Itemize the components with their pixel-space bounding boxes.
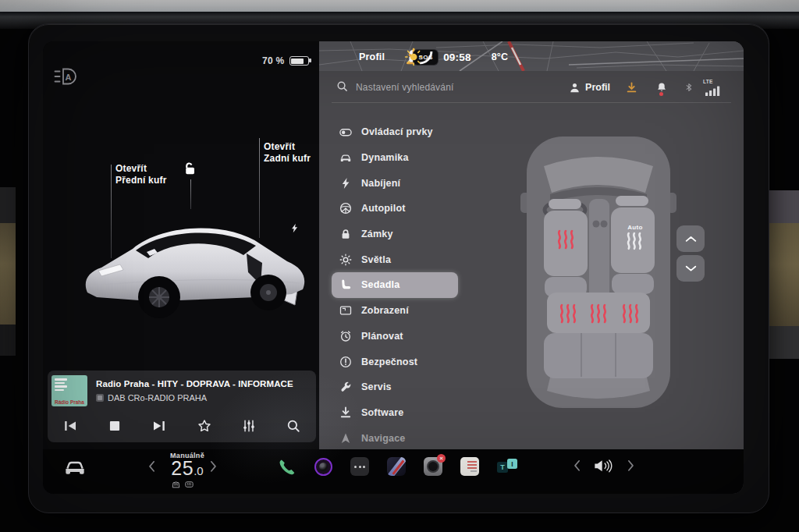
speaker-icon[interactable] <box>593 459 615 473</box>
wood-trim-left <box>0 223 16 325</box>
dab-icon <box>96 394 104 402</box>
lens-icon <box>314 458 332 476</box>
menu-item-planovat[interactable]: Plánovat <box>332 324 458 349</box>
menu-item-servis[interactable]: Servis <box>332 374 458 400</box>
nav-app-button[interactable] <box>387 457 406 476</box>
camerax-icon: × <box>424 457 442 476</box>
clock-icon <box>339 330 352 342</box>
media-controls <box>63 416 300 436</box>
previous-track-button[interactable] <box>63 419 77 433</box>
app-launcher-button[interactable] <box>350 457 369 476</box>
temp-increase-button[interactable] <box>210 460 217 473</box>
front-defrost-icon[interactable] <box>171 480 181 488</box>
menu-item-ovladaci-prvky[interactable]: Ovládací prvky <box>332 119 458 145</box>
camera-app-button[interactable]: × <box>424 457 442 476</box>
toggle-icon <box>339 128 352 137</box>
menu-item-svetla[interactable]: Světla <box>332 246 458 272</box>
equalizer-button[interactable] <box>242 419 256 433</box>
media-search-button[interactable] <box>286 419 300 433</box>
menu-item-label: Světla <box>361 254 391 265</box>
menu-item-label: Zobrazení <box>361 305 409 316</box>
next-track-button[interactable] <box>152 419 166 433</box>
dashboard-trim <box>769 326 799 359</box>
album-art[interactable]: Rádio Praha <box>51 375 87 406</box>
menu-item-zobrazeni[interactable]: Zobrazení <box>332 298 458 324</box>
car-icon <box>339 153 352 162</box>
battery-status: 70 % <box>262 55 309 66</box>
bottom-launcher-bar: Manuálně 25.0 ×TI <box>43 449 744 494</box>
profile-label[interactable]: Profil <box>585 82 610 93</box>
favorite-button[interactable] <box>197 419 211 433</box>
vehicle-controls-button[interactable] <box>63 458 87 476</box>
seat-view-scroll-buttons <box>676 225 705 282</box>
profile-icon[interactable] <box>569 82 581 94</box>
phone-icon <box>278 458 296 476</box>
temp-decrease-button[interactable] <box>148 460 155 473</box>
menu-item-label: Nabíjení <box>361 178 400 189</box>
updates-icon[interactable] <box>626 82 637 94</box>
phone-button[interactable] <box>277 457 296 476</box>
notification-dot <box>659 92 663 96</box>
bluetooth-icon[interactable] <box>684 83 694 92</box>
dashcam-button[interactable] <box>314 457 332 476</box>
menu-item-label: Bezpečnost <box>361 356 417 367</box>
media-title: Radio Praha - HITY - DOPRAVA - INFORMACE <box>96 379 310 388</box>
alert-icon <box>339 356 352 368</box>
header-divider <box>332 102 731 103</box>
media-player-card: Rádio Praha Radio Praha - HITY - DOPRAVA… <box>48 371 316 442</box>
settings-search-input[interactable]: Nastavení vyhledávání <box>356 82 454 93</box>
media-subtitle-row: DAB CRo-RADIO PRAHA <box>96 393 207 403</box>
scroll-down-button[interactable] <box>676 255 705 282</box>
radio-logo <box>55 378 67 392</box>
wheel-icon <box>339 202 352 215</box>
rear-defrost-icon[interactable] <box>184 480 194 488</box>
menu-item-nabijeni[interactable]: Nabíjení <box>332 170 458 196</box>
trunk-target-label: Zadní kufr <box>264 153 311 165</box>
volume-previous-button[interactable] <box>574 459 581 472</box>
trunk-action-label: Otevřít <box>264 141 311 153</box>
menu-item-bezpecnost[interactable]: Bezpečnost <box>332 349 458 374</box>
chevron-down-icon <box>685 265 697 272</box>
svg-text:A: A <box>66 73 72 82</box>
status-bar: Profil SOS 09:58 8°C <box>319 48 508 66</box>
navapp-icon <box>387 457 406 476</box>
menu-item-label: Zámky <box>361 229 393 239</box>
bolt-icon <box>339 177 352 190</box>
media-app-button[interactable]: TI <box>497 457 516 476</box>
menu-item-autopilot[interactable]: Autopilot <box>332 196 458 222</box>
open-front-trunk-button[interactable]: Otevřít Přední kufr <box>115 163 167 186</box>
menu-item-sedadla[interactable]: Sedadla <box>332 272 458 298</box>
open-rear-trunk-button[interactable]: Otevřít Zadní kufr <box>264 141 311 164</box>
light-icon <box>339 254 352 266</box>
app-dock: ×TI <box>277 455 516 478</box>
header-icons: Profil LTE <box>569 76 722 99</box>
notes-app-button[interactable] <box>460 457 479 476</box>
dots-icon <box>350 457 369 476</box>
temperature-setting[interactable]: 25.0 <box>156 457 218 480</box>
network-type-label: LTE <box>703 79 713 84</box>
unlock-icon[interactable] <box>182 161 197 176</box>
map-preview[interactable]: Profil SOS 09:58 8°C <box>319 41 744 71</box>
menu-item-navigace[interactable]: Navigace <box>332 425 458 451</box>
menu-item-label: Sedadla <box>361 279 400 290</box>
menu-item-zamky[interactable]: Zámky <box>332 222 458 247</box>
letter-tiles-icon: TI <box>497 458 516 475</box>
chevron-up-icon <box>685 236 697 243</box>
wood-trim-right <box>769 223 799 326</box>
download-icon <box>339 406 352 419</box>
display-icon <box>339 304 352 317</box>
stop-button[interactable] <box>108 419 122 433</box>
lock-icon <box>339 228 352 240</box>
auto-headlight-icon: A <box>52 66 80 87</box>
volume-next-button[interactable] <box>627 459 634 472</box>
touchscreen-display: A 70 % Otevřít Přední kufr Otevřít Zadní… <box>43 41 744 494</box>
notifications-bell-icon[interactable] <box>656 82 667 93</box>
menu-item-software[interactable]: Software <box>332 400 458 426</box>
menu-item-dynamika[interactable]: Dynamika <box>332 145 458 171</box>
signal-bars-icon <box>705 85 722 96</box>
media-subtitle: DAB CRo-RADIO PRAHA <box>108 393 207 403</box>
scroll-up-button[interactable] <box>676 225 705 252</box>
battery-icon <box>289 56 309 66</box>
passenger-seat-auto-label: Auto <box>622 224 648 231</box>
temp-decimal: .0 <box>194 464 204 477</box>
